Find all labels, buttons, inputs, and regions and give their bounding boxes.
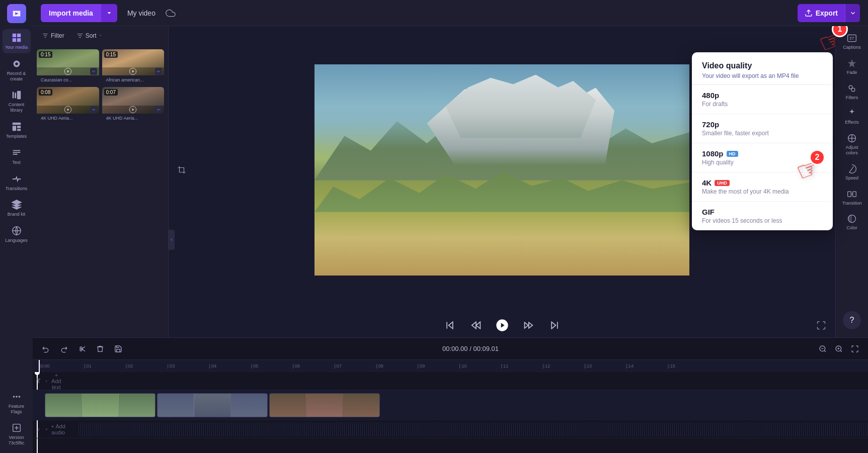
project-settings-button[interactable] (162, 4, 180, 22)
transitions-icon (11, 173, 22, 185)
grid-icon (11, 32, 22, 43)
export-button[interactable]: Export (798, 4, 845, 22)
export-4k-desc: Make the most of your 4K media (702, 188, 823, 195)
add-text-button[interactable]: + Add text (45, 372, 63, 390)
right-panel-speed[interactable]: Speed (838, 161, 866, 184)
sidebar-item-record-label: Record & create (5, 71, 29, 82)
import-media-button[interactable]: Import media (41, 4, 117, 22)
export-gif-desc: For videos 15 seconds or less (702, 217, 823, 224)
export-720p-desc: Smaller file, faster export (702, 130, 823, 137)
video-clip-2[interactable] (157, 393, 268, 417)
video-clip-1[interactable] (45, 393, 155, 417)
right-panel-color[interactable]: Color (838, 211, 866, 234)
save-button[interactable] (111, 342, 125, 356)
right-panel-adjust-colors[interactable]: Adjust colors (838, 130, 866, 159)
main-area: Import media My video Export (33, 0, 868, 453)
export-option-4k[interactable]: 4K UHD Make the most of your 4K media (692, 172, 833, 202)
adjust-colors-label: Adjust colors (840, 145, 864, 156)
chevron-left-icon (170, 238, 174, 242)
sidebar-item-text[interactable]: Text (3, 144, 31, 168)
zoom-out-button[interactable] (816, 342, 830, 356)
skip-back-button[interactable] (442, 317, 458, 333)
library-icon (11, 89, 22, 101)
speed-label: Speed (845, 175, 858, 181)
thumb-select[interactable] (90, 68, 97, 75)
redo-button[interactable] (57, 342, 71, 356)
sidebar-item-content-library[interactable]: Content library (3, 86, 31, 116)
effects-icon (847, 108, 857, 118)
export-1080p-desc: High quality (702, 159, 823, 166)
filter-label: Filter (51, 32, 64, 39)
speed-icon (847, 164, 857, 174)
filter-icon (42, 32, 49, 39)
version-icon (11, 422, 22, 433)
export-option-gif[interactable]: GIF For videos 15 seconds or less (692, 202, 833, 230)
plus-icon (45, 378, 48, 384)
text-icon (11, 147, 22, 158)
audio-track: ♪ + Add audio (33, 420, 868, 438)
adjust-colors-icon (847, 133, 857, 143)
play-pause-button[interactable] (494, 317, 510, 333)
media-thumbnail[interactable]: 4K UHD Aeria... 0:08 (37, 87, 99, 122)
media-thumbnail[interactable]: 4K UHD Aeria... 0:07 (102, 87, 165, 122)
thumb-duration: 0:07 (104, 89, 118, 96)
sidebar-item-languages[interactable]: Languages (3, 222, 31, 246)
thumb-select[interactable] (155, 106, 162, 113)
sidebar-item-your-media[interactable]: Your media (3, 29, 31, 53)
right-panel-effects[interactable]: Effects (838, 105, 866, 128)
filter-button[interactable]: Filter (38, 30, 68, 41)
fast-forward-icon (523, 320, 533, 330)
crop-button[interactable] (175, 163, 189, 177)
import-media-main[interactable]: Import media (41, 4, 101, 22)
rewind-button[interactable] (468, 317, 484, 333)
panel-collapse-handle[interactable] (169, 230, 175, 250)
sidebar-item-version[interactable]: Version 73c5f8c (3, 419, 31, 449)
play-icon (495, 318, 509, 332)
right-panel-filters[interactable]: Filters (838, 80, 866, 104)
app-logo[interactable] (7, 4, 26, 23)
media-panel: Filter Sort (33, 26, 169, 337)
media-thumbnail[interactable]: Caucasian co... 0:15 (37, 49, 99, 84)
thumb-select[interactable] (155, 68, 162, 75)
sidebar-item-feature-flags[interactable]: Feature Flags (3, 388, 31, 418)
sidebar-item-templates[interactable]: Templates (3, 118, 31, 142)
right-panel-fade[interactable]: Fade (838, 55, 866, 78)
help-button[interactable]: ? (843, 311, 861, 329)
right-panel-transition[interactable]: Transition (838, 186, 866, 209)
sidebar-item-brand-kit[interactable]: Brand kit (3, 196, 31, 220)
delete-button[interactable] (93, 342, 107, 356)
import-media-dropdown[interactable] (101, 4, 117, 22)
video-clip-3[interactable] (269, 393, 380, 417)
color-icon (847, 214, 857, 224)
export-option-720p[interactable]: 720p Smaller file, faster export (692, 114, 833, 143)
media-thumbnail[interactable]: African american... 0:15 (102, 49, 165, 84)
export-option-480p[interactable]: 480p For drafts (692, 85, 833, 114)
sort-label: Sort (86, 32, 97, 39)
skip-forward-button[interactable] (546, 317, 563, 333)
fit-icon (851, 345, 859, 353)
thumb-select[interactable] (90, 106, 97, 113)
add-audio-button[interactable]: + Add audio (45, 423, 66, 435)
sidebar-item-transitions[interactable]: Transitions (3, 170, 31, 195)
thumb-label: Caucasian co... (39, 76, 97, 83)
fullscreen-icon (816, 320, 826, 330)
fullscreen-button[interactable] (813, 317, 829, 333)
zoom-in-button[interactable] (832, 342, 846, 356)
sort-button[interactable]: Sort (72, 30, 108, 41)
fast-forward-button[interactable] (520, 317, 536, 333)
timeline-toolbar: 00:00.00 / 00:09.01 (33, 338, 868, 360)
export-dropdown-header: Video quality Your video will export as … (692, 52, 833, 85)
sidebar-item-record[interactable]: Record & create (3, 55, 31, 85)
right-panel-captions[interactable]: Captions (838, 30, 866, 53)
fit-to-window-button[interactable] (848, 342, 862, 356)
export-option-1080p[interactable]: 1080p HD High quality (692, 143, 833, 172)
plus-audio-icon (45, 426, 48, 432)
export-dropdown-toggle[interactable] (845, 4, 860, 22)
sidebar-item-content-library-label: Content library (5, 102, 29, 113)
undo-button[interactable] (39, 342, 53, 356)
thumb-label: 4K UHD Aeria... (39, 115, 97, 122)
svg-rect-8 (17, 129, 20, 131)
svg-rect-3 (15, 93, 16, 99)
cut-button[interactable] (75, 342, 89, 356)
svg-point-10 (16, 396, 18, 398)
